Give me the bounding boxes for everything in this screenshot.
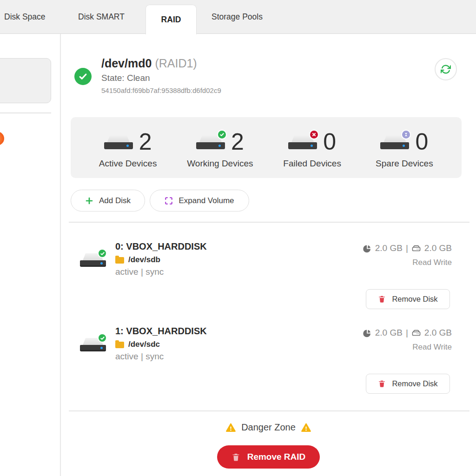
- sidebar-divider: [0, 112, 51, 113]
- stat-label: Spare Devices: [376, 159, 433, 169]
- raid-uuid: 54150afd:f69bb7af:95388dfb:d6fd02c9: [101, 86, 221, 94]
- hard-drive-icon: [104, 135, 133, 149]
- stat-value: 0: [415, 130, 428, 153]
- disk-title: 0: VBOX_HARDDISK: [115, 241, 207, 252]
- expand-volume-label: Expand Volume: [178, 196, 234, 205]
- add-disk-label: Add Disk: [99, 196, 131, 205]
- disk-status: active | sync: [115, 267, 164, 277]
- disk-mode: Read Write: [412, 258, 452, 267]
- hard-drive-icon: [288, 135, 317, 149]
- stat-spare-devices: 0 Spare Devices: [358, 117, 450, 178]
- folder-icon: [115, 342, 124, 348]
- disk-path: /dev/sdc: [128, 340, 160, 349]
- trash-icon: [231, 453, 240, 462]
- danger-zone-label: Danger Zone: [241, 422, 296, 433]
- disk-capacity-row: 2.0 GB | 2.0 GB: [362, 328, 452, 338]
- stat-active-devices: 2 Active Devices: [82, 117, 174, 178]
- stat-failed-devices: 0 Failed Devices: [266, 117, 358, 178]
- capacity-separator: |: [406, 243, 408, 253]
- trash-icon: [378, 295, 386, 303]
- check-badge-icon: [98, 333, 107, 343]
- trash-icon: [378, 380, 386, 388]
- tab-bar: Disk Space Disk SMART RAID Storage Pools: [0, 0, 476, 34]
- remove-disk-label: Remove Disk: [392, 295, 437, 304]
- raid-management-screen: Disk Space Disk SMART RAID Storage Pools…: [0, 0, 476, 476]
- danger-zone-divider: [69, 410, 469, 411]
- remove-disk-button[interactable]: Remove Disk: [366, 289, 450, 309]
- raid-title: /dev/md0(RAID1): [101, 57, 197, 70]
- hard-drive-icon: [80, 338, 106, 351]
- tab-disk-smart[interactable]: Disk SMART: [78, 0, 125, 34]
- cross-badge-icon: [309, 130, 319, 139]
- disk-path-row: /dev/sdc: [115, 340, 160, 349]
- stat-label: Working Devices: [187, 159, 253, 169]
- refresh-button[interactable]: [435, 58, 457, 80]
- remove-disk-label: Remove Disk: [392, 379, 437, 388]
- disk-mode: Read Write: [412, 343, 452, 352]
- sidebar-orange-indicator: [0, 132, 4, 145]
- disk-path-row: /dev/sdb: [115, 255, 160, 264]
- add-disk-button[interactable]: Add Disk: [71, 190, 145, 212]
- hard-drive-icon: [380, 135, 409, 149]
- stat-value: 2: [231, 130, 244, 153]
- raid-level: (RAID1): [155, 57, 197, 70]
- hard-drive-outline-icon: [411, 244, 421, 253]
- disk-row: 1: VBOX_HARDDISK /dev/sdc active | sync …: [0, 319, 476, 398]
- check-badge-icon: [217, 130, 227, 139]
- danger-action-area: Remove RAID: [61, 445, 476, 469]
- hard-drive-icon: [80, 253, 106, 267]
- hard-drive-icon: [196, 135, 225, 149]
- remove-raid-label: Remove RAID: [247, 452, 306, 462]
- stat-label: Active Devices: [99, 159, 157, 169]
- pie-chart-icon: [362, 328, 372, 338]
- plus-icon: [85, 197, 93, 205]
- stat-value: 2: [139, 130, 152, 153]
- hourglass-badge-icon: [401, 130, 411, 139]
- remove-raid-button[interactable]: Remove RAID: [217, 445, 320, 469]
- warning-icon: [225, 422, 236, 433]
- disk-used: 2.0 GB: [375, 243, 403, 253]
- raid-state: State: Clean: [101, 73, 150, 83]
- disk-size: 2.0 GB: [424, 243, 452, 253]
- capacity-separator: |: [406, 328, 408, 338]
- danger-zone-heading: Danger Zone: [61, 422, 476, 433]
- disk-row: 0: VBOX_HARDDISK /dev/sdb active | sync …: [0, 235, 476, 314]
- disk-list-divider: [69, 222, 469, 223]
- expand-icon: [165, 197, 173, 205]
- disk-status: active | sync: [115, 351, 164, 362]
- refresh-icon: [441, 64, 451, 74]
- tab-storage-pools[interactable]: Storage Pools: [212, 0, 263, 34]
- tab-raid[interactable]: RAID: [145, 5, 197, 34]
- raid-status-ok-icon: [74, 68, 92, 85]
- disk-used: 2.0 GB: [375, 328, 403, 338]
- remove-disk-button[interactable]: Remove Disk: [366, 374, 450, 394]
- sidebar-device-card[interactable]: [0, 58, 51, 103]
- hard-drive-outline-icon: [411, 328, 421, 338]
- disk-title: 1: VBOX_HARDDISK: [115, 326, 207, 337]
- expand-volume-button[interactable]: Expand Volume: [150, 190, 249, 212]
- raid-stats-panel: 2 Active Devices 2 Working Devices: [71, 117, 462, 178]
- pie-chart-icon: [362, 244, 372, 253]
- folder-icon: [115, 257, 124, 264]
- raid-device-name: /dev/md0: [101, 57, 152, 70]
- disk-size: 2.0 GB: [424, 328, 452, 338]
- disk-path: /dev/sdb: [128, 255, 160, 264]
- stat-value: 0: [323, 130, 336, 153]
- tab-disk-space[interactable]: Disk Space: [4, 0, 46, 34]
- stat-label: Failed Devices: [283, 159, 341, 169]
- check-badge-icon: [98, 249, 107, 258]
- warning-icon: [301, 422, 311, 433]
- disk-capacity-row: 2.0 GB | 2.0 GB: [362, 243, 452, 253]
- stat-working-devices: 2 Working Devices: [174, 117, 266, 178]
